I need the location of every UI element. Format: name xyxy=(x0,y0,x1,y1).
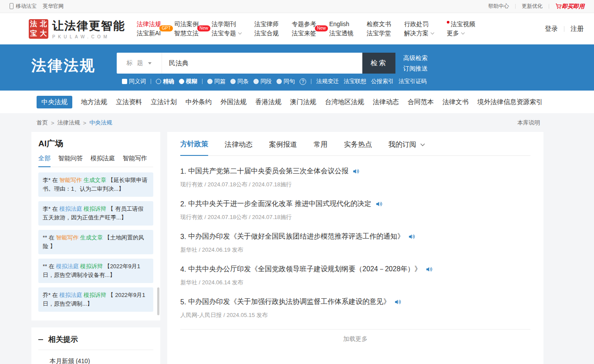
scrollbar[interactable] xyxy=(157,287,159,315)
library-note-link[interactable]: 本库说明 xyxy=(517,119,540,127)
category-tab[interactable]: 中外条约 xyxy=(186,98,212,106)
tab-policy[interactable]: 方针政策 xyxy=(180,140,208,156)
category-tab[interactable]: 法律动态 xyxy=(373,98,399,106)
category-tab-central[interactable]: 中央法规 xyxy=(37,96,72,108)
nav-label[interactable]: 行政处罚 xyxy=(404,20,429,29)
ai-tab-writing[interactable]: 智能写作 xyxy=(123,155,147,167)
ai-feed-item[interactable]: 李* 在 模拟法庭 模拟诉辩 【 有员工请假五天旅游，因为正值生产旺季...】 xyxy=(38,201,153,226)
feed-action-link[interactable]: 生成文章 xyxy=(80,234,103,241)
news-title-link[interactable]: 中办国办印发《关于做好全国民族团结进步模范推荐评选工作的通知》 xyxy=(188,232,404,241)
login-link[interactable]: 登录 xyxy=(545,25,558,33)
nav-label[interactable]: 更多 xyxy=(447,29,459,38)
help-icon[interactable] xyxy=(300,78,306,85)
nav-item-zhuanti-cankao[interactable]: 专题参考 法宝来签 New xyxy=(292,20,316,38)
category-tab[interactable]: 台湾地区法规 xyxy=(325,98,364,106)
synonym-checkbox[interactable]: 同义词 xyxy=(122,78,146,85)
ai-tab-qa[interactable]: 智能问答 xyxy=(58,155,83,167)
nav-item-sifa-anli[interactable]: 司法案例 智慧立法 New xyxy=(174,20,199,38)
nav-item-fabao-shipin[interactable]: 法宝视频 更多 xyxy=(447,20,475,38)
feed-action-link[interactable]: 模拟诉辩 xyxy=(84,292,106,298)
nav-label[interactable]: 法律法规 xyxy=(137,20,161,29)
nav-item-fabao-lvshi[interactable]: 法宝律师 法宝合规 xyxy=(254,20,279,38)
breadcrumb-falvfagui[interactable]: 法律法规 xyxy=(57,119,80,127)
nav-label[interactable]: 法宝视频 xyxy=(451,20,475,29)
feed-category-link[interactable]: 模拟法庭 xyxy=(59,206,82,212)
ai-tab-all[interactable]: 全部 xyxy=(38,155,51,167)
news-title-link[interactable]: 中共中央关于进一步全面深化改革 推进中国式现代化的决定 xyxy=(188,199,371,209)
advanced-search-link[interactable]: 高级检索 xyxy=(403,53,428,63)
feed-action-link[interactable]: 生成文章 xyxy=(84,177,106,183)
nav-label[interactable]: 智慧立法 xyxy=(174,29,199,38)
category-tab[interactable]: 澳门法规 xyxy=(290,98,316,106)
ai-feed-item[interactable]: ** 在 智能写作 生成文章 【土地闲置的风险 】 xyxy=(38,230,153,254)
ai-tab-moot-court[interactable]: 模拟法庭 xyxy=(91,155,115,167)
nav-label[interactable]: 解决方案 xyxy=(404,29,429,38)
nav-item-jiancha-wenshu[interactable]: 检察文书 法宝学堂 xyxy=(367,20,391,38)
yinghua-site-link[interactable]: 英华官网 xyxy=(43,3,64,10)
ai-feed-item[interactable]: ** 在 模拟法庭 模拟诉辩 【2022年9月1日，原告空调制冷设备有...】 xyxy=(38,259,153,283)
ai-feed-item[interactable]: 李* 在 智能写作 生成文章 【延长审限申请书。理由：1、认为二审判决...】 xyxy=(38,172,153,197)
nav-label[interactable]: 法宝合规 xyxy=(254,29,279,38)
category-tab[interactable]: 境外法律信息资源索引 xyxy=(477,98,543,106)
speaker-icon[interactable] xyxy=(408,233,415,240)
nav-label[interactable]: 检察文书 xyxy=(367,20,391,29)
feed-action-link[interactable]: 模拟诉辩 xyxy=(84,206,106,212)
same-sentence-option[interactable]: 同句 xyxy=(277,78,295,85)
search-input[interactable] xyxy=(162,53,362,74)
speaker-icon[interactable] xyxy=(394,298,402,306)
category-tab[interactable]: 香港法规 xyxy=(255,98,281,106)
nav-label[interactable]: 司法案例 xyxy=(174,20,199,29)
feed-category-link[interactable]: 模拟法庭 xyxy=(59,292,82,298)
fagui-bianqian-link[interactable]: 法规变迁 xyxy=(316,78,339,85)
tab-legal-news[interactable]: 法律动态 xyxy=(225,140,253,155)
speaker-icon[interactable] xyxy=(352,168,360,175)
search-field-select[interactable]: 标 题 xyxy=(117,53,162,74)
nav-label[interactable]: English xyxy=(329,20,349,29)
nav-item-falvfagui[interactable]: 法律法规 法宝新AI GPT xyxy=(137,20,161,38)
news-title-link[interactable]: 中办国办印发《关于加强行政执法协调监督工作体系建设的意见》 xyxy=(188,297,390,307)
search-button[interactable]: 检索 xyxy=(362,53,395,74)
feed-category-link[interactable]: 智能写作 xyxy=(56,234,78,241)
category-tab[interactable]: 立法计划 xyxy=(151,98,177,106)
nav-label[interactable]: 法宝新AI xyxy=(137,29,161,38)
category-tab[interactable]: 地方法规 xyxy=(81,98,107,106)
help-center-link[interactable]: 帮助中心 xyxy=(488,3,509,10)
nav-item-faxue-qikan[interactable]: 法学期刊 法宝专题 xyxy=(212,20,241,38)
feed-action-link[interactable]: 模拟诉辩 xyxy=(80,263,103,270)
buy-now-link[interactable]: 即买即用 xyxy=(555,3,584,10)
precise-radio[interactable]: 精确 xyxy=(156,78,174,85)
register-link[interactable]: 注册 xyxy=(570,25,584,33)
nav-item-xingzheng-chufa[interactable]: 行政处罚 解决方案 xyxy=(404,20,434,38)
feed-category-link[interactable]: 智能写作 xyxy=(59,177,82,183)
nav-label[interactable]: 法学期刊 xyxy=(212,20,236,29)
same-paragraph-option[interactable]: 同段 xyxy=(253,78,272,85)
breadcrumb-current[interactable]: 中央法规 xyxy=(89,119,112,127)
nav-label[interactable]: 法宝律师 xyxy=(254,20,279,29)
nav-label[interactable]: 法宝学堂 xyxy=(367,29,391,38)
gongbao-suoyin-link[interactable]: 公报索引 xyxy=(371,78,394,85)
subscribe-push-link[interactable]: 订阅推送 xyxy=(403,63,428,74)
tab-practice-hotspots[interactable]: 实务热点 xyxy=(344,140,372,155)
fuzzy-radio[interactable]: 模糊 xyxy=(179,78,197,85)
updates-link[interactable]: 更新优化 xyxy=(522,3,543,10)
load-more-button[interactable]: 加载更多 xyxy=(180,329,530,349)
related-item-new-this-month[interactable]: 本月新颁 (410) xyxy=(50,355,153,364)
logo[interactable]: 法北宝大 让法律更智能 PKULAW.COM xyxy=(29,18,125,39)
feed-category-link[interactable]: 模拟法庭 xyxy=(56,263,78,270)
tab-common[interactable]: 常用 xyxy=(314,140,327,155)
news-title-link[interactable]: 中国共产党第二十届中央委员会第三次全体会议公报 xyxy=(188,167,348,176)
category-tab[interactable]: 立法资料 xyxy=(116,98,142,106)
category-tab[interactable]: 法律文书 xyxy=(442,98,469,106)
same-article-option[interactable]: 同条 xyxy=(230,78,249,85)
fabao-lianxiang-link[interactable]: 法宝联想 xyxy=(344,78,366,85)
ai-feed-item[interactable]: 乔* 在 模拟法庭 模拟诉辩 【 2022年9月1日，原告空调制...】 xyxy=(38,287,153,312)
breadcrumb-home[interactable]: 首页 xyxy=(37,119,48,127)
news-title-link[interactable]: 中共中央办公厅印发《全国党政领导班子建设规划纲要（2024－2028年）》 xyxy=(188,265,421,274)
speaker-icon[interactable] xyxy=(425,266,433,273)
category-tab[interactable]: 合同范本 xyxy=(408,98,434,106)
collapse-minus-icon[interactable] xyxy=(38,339,43,340)
mobile-fabao-link[interactable]: 移动法宝 xyxy=(10,3,37,10)
tab-my-subscriptions[interactable]: 我的订阅 xyxy=(388,140,424,155)
nav-label[interactable]: 法宝来签 xyxy=(292,29,316,38)
same-document-option[interactable]: 同篇 xyxy=(207,78,226,85)
